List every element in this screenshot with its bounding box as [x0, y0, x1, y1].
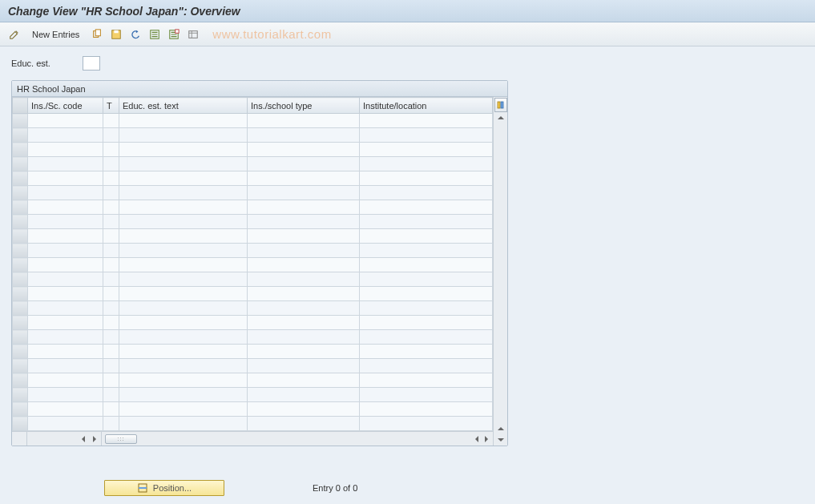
cell[interactable] [360, 316, 493, 330]
table-row[interactable] [13, 287, 493, 301]
row-selector[interactable] [13, 128, 28, 143]
table-row[interactable] [13, 128, 493, 143]
deselect-all-icon[interactable] [166, 26, 182, 42]
cell[interactable] [103, 171, 119, 186]
table-row[interactable] [13, 215, 493, 229]
col-t[interactable]: T [103, 98, 119, 114]
cell[interactable] [360, 157, 493, 171]
cell[interactable] [248, 171, 360, 186]
row-selector[interactable] [13, 157, 28, 171]
table-settings-icon[interactable] [185, 26, 201, 42]
cell[interactable] [103, 373, 119, 388]
col-institute-location[interactable]: Institute/location [360, 98, 493, 114]
cell[interactable] [119, 345, 248, 359]
cell[interactable] [28, 287, 103, 301]
row-selector[interactable] [13, 301, 28, 316]
cell[interactable] [360, 258, 493, 272]
cell[interactable] [119, 200, 248, 215]
table-row[interactable] [13, 186, 493, 200]
cell[interactable] [28, 272, 103, 287]
prev-col-icon[interactable] [90, 434, 99, 444]
cell[interactable] [103, 402, 119, 417]
cell[interactable] [248, 258, 360, 272]
row-selector[interactable] [13, 215, 28, 229]
table-row[interactable] [13, 143, 493, 157]
configure-columns-icon[interactable] [494, 98, 507, 112]
toggle-pencil-icon[interactable] [6, 26, 22, 42]
cell[interactable] [103, 345, 119, 359]
cell[interactable] [248, 143, 360, 157]
row-selector[interactable] [13, 258, 28, 272]
row-selector[interactable] [13, 186, 28, 200]
row-selector[interactable] [13, 417, 28, 431]
cell[interactable] [360, 301, 493, 316]
cell[interactable] [360, 417, 493, 431]
table-row[interactable] [13, 258, 493, 272]
cell[interactable] [248, 330, 360, 345]
cell[interactable] [248, 373, 360, 388]
row-selector[interactable] [13, 316, 28, 330]
cell[interactable] [248, 345, 360, 359]
cell[interactable] [28, 157, 103, 171]
table-row[interactable] [13, 402, 493, 417]
cell[interactable] [119, 301, 248, 316]
cell[interactable] [360, 373, 493, 388]
cell[interactable] [360, 287, 493, 301]
cell[interactable] [103, 258, 119, 272]
cell[interactable] [360, 200, 493, 215]
table-row[interactable] [13, 316, 493, 330]
cell[interactable] [28, 229, 103, 244]
table-row[interactable] [13, 244, 493, 258]
cell[interactable] [119, 157, 248, 171]
cell[interactable] [248, 316, 360, 330]
cell[interactable] [103, 287, 119, 301]
cell[interactable] [28, 215, 103, 229]
row-selector[interactable] [13, 229, 28, 244]
table-row[interactable] [13, 359, 493, 373]
cell[interactable] [360, 128, 493, 143]
cell[interactable] [103, 388, 119, 402]
cell[interactable] [119, 359, 248, 373]
cell[interactable] [103, 200, 119, 215]
cell[interactable] [248, 402, 360, 417]
cell[interactable] [248, 128, 360, 143]
row-selector[interactable] [13, 373, 28, 388]
cell[interactable] [248, 186, 360, 200]
cell[interactable] [28, 402, 103, 417]
row-selector[interactable] [13, 388, 28, 402]
cell[interactable] [103, 157, 119, 171]
undo-icon[interactable] [127, 26, 143, 42]
cell[interactable] [103, 417, 119, 431]
cell[interactable] [119, 272, 248, 287]
cell[interactable] [360, 171, 493, 186]
cell[interactable] [28, 200, 103, 215]
cell[interactable] [28, 345, 103, 359]
cell[interactable] [360, 330, 493, 345]
cell[interactable] [248, 244, 360, 258]
cell[interactable] [248, 229, 360, 244]
cell[interactable] [119, 186, 248, 200]
cell[interactable] [119, 244, 248, 258]
cell[interactable] [119, 388, 248, 402]
cell[interactable] [360, 143, 493, 157]
cell[interactable] [360, 272, 493, 287]
cell[interactable] [28, 171, 103, 186]
cell[interactable] [360, 229, 493, 244]
select-all-header[interactable] [13, 98, 28, 114]
cell[interactable] [28, 186, 103, 200]
cell[interactable] [103, 186, 119, 200]
cell[interactable] [28, 316, 103, 330]
cell[interactable] [103, 316, 119, 330]
cell[interactable] [28, 258, 103, 272]
cell[interactable] [119, 330, 248, 345]
cell[interactable] [28, 301, 103, 316]
cell[interactable] [248, 215, 360, 229]
cell[interactable] [119, 171, 248, 186]
table-row[interactable] [13, 229, 493, 244]
cell[interactable] [119, 287, 248, 301]
row-selector[interactable] [13, 114, 28, 128]
cell[interactable] [248, 272, 360, 287]
cell[interactable] [360, 345, 493, 359]
cell[interactable] [103, 128, 119, 143]
cell[interactable] [28, 417, 103, 431]
